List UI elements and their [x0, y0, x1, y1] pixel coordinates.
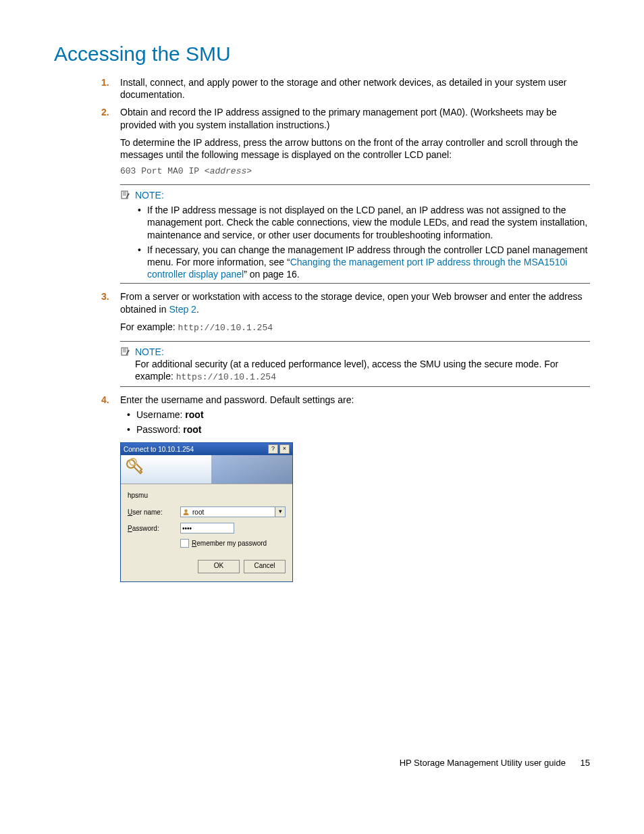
note2-code: https://10.10.1.254: [176, 372, 276, 382]
step-4: 4. Enter the username and password. Defa…: [101, 394, 590, 583]
step-2-code: 603 Port MA0 IP <address>: [120, 166, 590, 178]
password-label: Password:: [136, 424, 183, 435]
dialog-password-label: Password:: [128, 524, 175, 533]
dialog-titlebar: Connect to 10.10.1.254 ? ×: [121, 443, 292, 455]
page-footer: HP Storage Management Utility user guide…: [54, 758, 590, 769]
step-number: 2.: [101, 106, 109, 118]
code-italic: address: [210, 166, 247, 176]
page-number: 15: [581, 758, 590, 768]
ok-button[interactable]: OK: [198, 560, 240, 573]
step-4-bullet-username: Username: root: [124, 409, 590, 421]
username-label: Username:: [136, 409, 185, 420]
step-3-text-b: .: [196, 304, 199, 315]
username-value-text: root: [192, 508, 204, 517]
keys-icon: [125, 458, 145, 478]
step-text: Obtain and record the IP address assigne…: [120, 107, 557, 130]
username-combobox[interactable]: root ▾: [180, 506, 286, 517]
step-number: 1.: [101, 76, 109, 88]
dialog-title-text: Connect to 10.10.1.254: [124, 445, 194, 454]
step-3-link[interactable]: Step 2: [169, 304, 196, 315]
example-label: For example:: [120, 321, 178, 332]
dropdown-arrow-icon[interactable]: ▾: [275, 507, 285, 517]
user-icon: [182, 509, 190, 516]
step-number: 4.: [101, 394, 109, 406]
note-label: NOTE:: [135, 189, 164, 201]
step-number: 3.: [101, 290, 109, 303]
step-1: 1. Install, connect, and apply power to …: [101, 76, 590, 101]
note1-bullet-2: If necessary, you can change the managem…: [135, 244, 590, 281]
code-prefix: 603 Port MA0 IP <: [120, 166, 210, 176]
code-suffix: >: [246, 166, 252, 176]
step-2: 2. Obtain and record the IP address assi…: [101, 106, 590, 284]
note-icon: [120, 347, 131, 357]
dialog-banner: [121, 455, 292, 484]
password-value: root: [183, 424, 201, 435]
step-4-text: Enter the username and password. Default…: [120, 394, 354, 405]
note2-body: For additional security (at a reduced pe…: [135, 358, 590, 384]
note-label: NOTE:: [135, 346, 164, 358]
page-title: Accessing the SMU: [54, 41, 590, 67]
remember-checkbox[interactable]: [180, 539, 189, 548]
username-value: root: [185, 409, 203, 420]
svg-point-3: [130, 459, 136, 465]
help-button[interactable]: ?: [268, 444, 278, 454]
steps-list: 1. Install, connect, and apply power to …: [101, 76, 590, 582]
svg-point-4: [184, 509, 187, 512]
password-field[interactable]: ••••: [180, 523, 234, 533]
note-icon: [120, 190, 131, 200]
login-dialog: Connect to 10.10.1.254 ? × hpsmu User na…: [120, 442, 293, 582]
note1-b2-text-b: ” on page 16.: [244, 269, 300, 280]
step-4-bullet-password: Password: root: [124, 423, 590, 436]
step-text: Install, connect, and apply power to the…: [120, 77, 566, 100]
note1-bullet-1: If the IP address message is not display…: [135, 204, 590, 241]
step-3: 3. From a server or workstation with acc…: [101, 290, 590, 387]
password-value-text: ••••: [182, 524, 192, 533]
step-3-example: For example: http://10.10.1.254: [120, 321, 590, 334]
note-1: NOTE: If the IP address message is not d…: [120, 184, 590, 284]
step-2-para: To determine the IP address, press the a…: [120, 136, 590, 161]
dialog-username-label: User name:: [128, 508, 175, 517]
dialog-realm: hpsmu: [128, 491, 286, 500]
example-code: http://10.10.1.254: [178, 323, 273, 333]
note-2: NOTE: For additional security (at a redu…: [120, 341, 590, 387]
cancel-button[interactable]: Cancel: [244, 560, 286, 573]
close-button[interactable]: ×: [279, 444, 290, 454]
footer-text: HP Storage Management Utility user guide: [400, 758, 566, 768]
remember-label: Remember my password: [192, 539, 267, 548]
